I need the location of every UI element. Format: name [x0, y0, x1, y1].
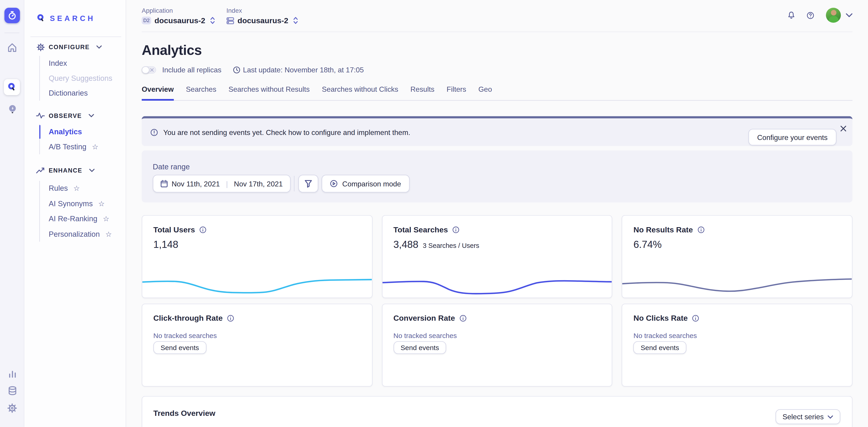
comparison-mode-button[interactable]: Comparison mode	[322, 175, 409, 193]
banner-message: You are not sending events yet. Check ho…	[163, 128, 410, 136]
sidebar-item-personalization[interactable]: Personalization☆	[49, 227, 112, 242]
star-icon[interactable]: ☆	[73, 185, 80, 192]
last-update-text: Last update: November 18th, at 17:05	[243, 66, 364, 74]
send-events-button[interactable]: Send events	[633, 341, 686, 354]
include-replicas-toggle[interactable]	[142, 66, 156, 74]
events-banner: You are not sending events yet. Check ho…	[142, 116, 852, 146]
tab-searches-without-clicks[interactable]: Searches without Clicks	[322, 85, 398, 100]
send-events-button[interactable]: Send events	[153, 341, 206, 354]
funnel-icon	[304, 179, 312, 188]
icon-rail	[0, 0, 24, 427]
enhance-items: Rules☆ AI Synonyms☆ AI Re-Ranking☆ Perso…	[39, 181, 112, 242]
conversion-rate-card: Conversion Rate No tracked searches Send…	[382, 304, 612, 387]
chevron-down-icon	[828, 415, 833, 419]
calendar-icon	[161, 180, 168, 188]
gear-icon[interactable]	[0, 403, 24, 413]
index-label: Index	[226, 7, 298, 14]
configure-events-button[interactable]: Configure your events	[748, 129, 837, 145]
bell-icon[interactable]	[787, 11, 795, 19]
database-icon[interactable]	[0, 386, 24, 396]
date-end: Nov 17th, 2021	[234, 179, 283, 188]
send-events-button[interactable]: Send events	[394, 341, 446, 354]
app-switcher-button[interactable]	[4, 8, 20, 23]
info-icon[interactable]	[453, 226, 460, 233]
select-series-button[interactable]: Select series	[775, 409, 840, 424]
total-searches-sparkline	[382, 271, 612, 295]
tab-filters[interactable]: Filters	[446, 85, 466, 100]
stopwatch-icon	[7, 10, 17, 21]
star-icon[interactable]: ☆	[103, 215, 109, 223]
sort-icon	[210, 17, 215, 24]
info-icon[interactable]	[698, 226, 705, 233]
sidebar-item-ai-reranking[interactable]: AI Re-Ranking☆	[49, 211, 112, 227]
avatar[interactable]	[826, 8, 841, 23]
chevron-down-icon[interactable]	[846, 13, 852, 17]
sidebar-item-query-suggestions[interactable]: Query Suggestions	[49, 71, 112, 86]
select-series-label: Select series	[782, 413, 824, 421]
section-label: CONFIGURE	[49, 44, 90, 50]
tab-geo[interactable]: Geo	[478, 85, 492, 100]
total-users-card: Total Users 1,148	[142, 215, 372, 298]
application-value: docusaurus-2	[154, 16, 205, 25]
filter-button[interactable]	[298, 175, 318, 193]
home-icon[interactable]	[0, 42, 24, 53]
date-range-button[interactable]: Nov 11th, 2021 | Nov 17th, 2021	[153, 175, 291, 193]
observe-items: Analytics A/B Testing☆	[39, 125, 98, 154]
sidebar-item-ai-synonyms[interactable]: AI Synonyms☆	[49, 196, 112, 211]
info-icon[interactable]	[692, 314, 700, 322]
app-window: SEARCH CONFIGURE Index Query Suggestions	[0, 0, 868, 427]
section-configure-header[interactable]: CONFIGURE	[36, 42, 122, 52]
tab-searches-without-results[interactable]: Searches without Results	[228, 85, 310, 100]
lightbulb-icon[interactable]	[0, 104, 24, 114]
tab-searches[interactable]: Searches	[186, 85, 216, 100]
top-header: Application D2 docusaurus-2 Index	[142, 0, 852, 32]
chevron-down-icon	[96, 45, 102, 49]
star-icon[interactable]: ☆	[92, 143, 98, 151]
card-title: No Results Rate	[633, 225, 693, 234]
help-icon[interactable]	[806, 11, 814, 19]
index-selector[interactable]: Index docusaurus-2	[226, 7, 298, 25]
section-observe-header[interactable]: OBSERVE	[36, 111, 122, 120]
comparison-mode-label: Comparison mode	[342, 179, 401, 188]
section-enhance-header[interactable]: ENHANCE	[36, 166, 122, 175]
card-title: Total Searches	[394, 225, 448, 234]
index-value: docusaurus-2	[238, 16, 288, 25]
total-searches-card: Total Searches 3,488 3 Searches / Users	[382, 215, 612, 298]
application-selector[interactable]: Application D2 docusaurus-2	[142, 7, 215, 25]
tab-results[interactable]: Results	[410, 85, 434, 100]
sidebar-item-index[interactable]: Index	[49, 56, 112, 71]
card-value: 3,488	[394, 239, 418, 250]
search-icon	[7, 83, 17, 92]
section-label: ENHANCE	[49, 167, 82, 174]
info-icon[interactable]	[460, 314, 467, 322]
section-configure: CONFIGURE	[36, 42, 122, 52]
sidebar-item-dictionaries[interactable]: Dictionaries	[49, 86, 112, 101]
empty-message: No tracked searches	[394, 332, 457, 339]
card-title: No Clicks Rate	[633, 314, 688, 323]
tab-overview[interactable]: Overview	[142, 85, 174, 101]
total-users-sparkline	[142, 271, 372, 295]
trends-title: Trends Overview	[153, 409, 215, 418]
page-title: Analytics	[142, 43, 852, 57]
search-product-active[interactable]	[4, 79, 20, 95]
date-start: Nov 11th, 2021	[172, 179, 220, 188]
application-badge: D2	[142, 17, 151, 24]
star-icon[interactable]: ☆	[105, 231, 112, 238]
bar-chart-icon[interactable]	[0, 368, 24, 379]
star-icon[interactable]: ☆	[98, 200, 104, 207]
magnifier-icon	[36, 14, 45, 23]
close-icon[interactable]	[840, 126, 846, 132]
info-icon[interactable]	[199, 226, 207, 233]
info-icon[interactable]	[227, 314, 235, 322]
card-value: 1,148	[153, 239, 178, 250]
index-icon	[226, 17, 234, 24]
sidebar-item-analytics[interactable]: Analytics	[49, 125, 98, 139]
sidebar-item-ab-testing[interactable]: A/B Testing☆	[49, 139, 98, 154]
sidebar-item-rules[interactable]: Rules☆	[49, 181, 112, 196]
chevron-down-icon	[89, 114, 94, 118]
card-title: Conversion Rate	[394, 314, 455, 323]
search-logo[interactable]: SEARCH	[36, 14, 95, 23]
no-results-rate-card: No Results Rate 6.74%	[622, 215, 852, 298]
sort-icon	[293, 17, 298, 24]
date-range-label: Date range	[153, 163, 842, 171]
